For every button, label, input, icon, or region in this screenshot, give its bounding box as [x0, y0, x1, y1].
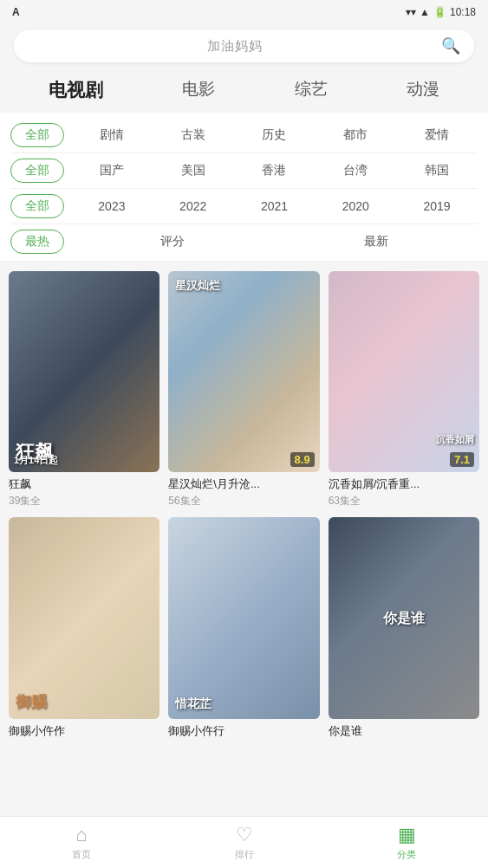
filter-2022[interactable]: 2022 [153, 196, 234, 217]
tab-movie[interactable]: 电影 [173, 74, 224, 106]
media-sub: 63集全 [329, 494, 479, 508]
list-item[interactable]: 7.1 沉香如屑 沉香如屑/沉香重... 63集全 [329, 271, 479, 508]
filter-newest[interactable]: 最新 [275, 230, 478, 253]
status-bar: A ▾▾ ▲ 🔋 10:18 [0, 0, 488, 24]
media-thumbnail: 8.9 星汉灿烂 [168, 271, 319, 472]
filter-hk[interactable]: 香港 [234, 159, 316, 182]
filter-romance[interactable]: 爱情 [396, 124, 478, 146]
tab-tv[interactable]: 电视剧 [40, 74, 112, 106]
filter-2019[interactable]: 2019 [396, 196, 478, 217]
media-title: 御赐小仵作 [9, 723, 159, 739]
search-bar[interactable]: 加油妈妈 🔍 [14, 29, 474, 62]
media-sub: 39集全 [9, 494, 159, 508]
search-placeholder: 加油妈妈 [28, 38, 441, 55]
filter-row-region: 全部 国产 美国 香港 台湾 韩国 [10, 153, 478, 189]
filter-pill-region[interactable]: 全部 [10, 159, 64, 183]
filter-history[interactable]: 历史 [234, 124, 316, 146]
list-item[interactable]: 你是谁 你是谁 [329, 517, 479, 740]
filter-2021[interactable]: 2021 [234, 196, 316, 217]
tab-variety[interactable]: 综艺 [286, 74, 336, 106]
filter-row-sort: 最热 评分 最新 [10, 224, 478, 259]
filter-row-genre: 全部 剧情 古装 历史 都市 爱情 [10, 118, 478, 153]
app-label: A [12, 6, 20, 18]
category-icon: ▦ [398, 824, 416, 846]
nav-home[interactable]: ⌂ 首页 [0, 824, 163, 861]
main-tabs: 电视剧 电影 综艺 动漫 [0, 71, 488, 113]
time-display: 10:18 [450, 6, 476, 18]
ranking-icon: ♡ [236, 824, 253, 846]
filter-pill-genre[interactable]: 全部 [10, 123, 64, 147]
signal-icon: ▲ [420, 6, 430, 18]
nav-category[interactable]: ▦ 分类 [325, 824, 488, 861]
filter-china[interactable]: 国产 [71, 159, 153, 182]
filter-section: 全部 剧情 古装 历史 都市 爱情 全部 国产 美国 香港 台湾 韩国 全部 2… [0, 113, 488, 261]
filter-ancient[interactable]: 古装 [153, 124, 234, 146]
filter-pill-sort[interactable]: 最热 [10, 230, 64, 254]
filter-row-year: 全部 2023 2022 2021 2020 2019 [10, 189, 478, 224]
filter-rating[interactable]: 评分 [71, 230, 275, 253]
filter-korea[interactable]: 韩国 [396, 159, 478, 182]
tab-anime[interactable]: 动漫 [398, 74, 448, 106]
nav-home-label: 首页 [72, 848, 91, 861]
media-thumbnail: 7.1 沉香如屑 [329, 271, 479, 472]
nav-category-label: 分类 [397, 848, 416, 861]
filter-urban[interactable]: 都市 [315, 124, 396, 146]
media-thumbnail: 惜花芷 [168, 517, 319, 718]
media-title: 御赐小仵行 [168, 723, 319, 739]
media-score-badge: 8.9 [290, 452, 315, 467]
media-score-badge: 7.1 [450, 452, 474, 467]
search-icon[interactable]: 🔍 [441, 36, 460, 55]
filter-drama[interactable]: 剧情 [71, 124, 153, 146]
wifi-icon: ▾▾ [406, 6, 416, 18]
list-item[interactable]: 8.9 星汉灿烂 星汉灿烂\月升沧... 56集全 [168, 271, 319, 508]
filter-taiwan[interactable]: 台湾 [315, 159, 396, 182]
media-title: 沉香如屑/沉香重... [329, 476, 479, 492]
nav-ranking[interactable]: ♡ 排行 [163, 824, 326, 861]
home-icon: ⌂ [75, 824, 87, 846]
media-sub: 56集全 [168, 494, 319, 508]
filter-2023[interactable]: 2023 [71, 196, 153, 217]
media-title: 你是谁 [329, 723, 479, 739]
list-item[interactable]: 狂飙 1月14日起 狂飙 39集全 [9, 271, 159, 508]
media-date-badge: 1月14日起 [14, 454, 58, 467]
media-thumbnail: 御赐 [9, 517, 159, 718]
list-item[interactable]: 惜花芷 御赐小仵行 [168, 517, 319, 740]
media-thumbnail: 你是谁 [329, 517, 479, 718]
media-thumbnail: 狂飙 1月14日起 [9, 271, 159, 472]
media-title: 狂飙 [9, 476, 159, 492]
status-icons: ▾▾ ▲ 🔋 10:18 [406, 6, 476, 18]
filter-2020[interactable]: 2020 [315, 196, 396, 217]
media-title: 星汉灿烂\月升沧... [168, 476, 319, 492]
filter-usa[interactable]: 美国 [153, 159, 234, 182]
list-item[interactable]: 御赐 御赐小仵作 [9, 517, 159, 740]
nav-ranking-label: 排行 [235, 848, 254, 861]
battery-icon: 🔋 [433, 6, 446, 18]
content-area: 狂飙 1月14日起 狂飙 39集全 8.9 星汉灿烂 星汉灿烂\月升沧... 5… [0, 261, 488, 751]
bottom-nav: ⌂ 首页 ♡ 排行 ▦ 分类 [0, 816, 488, 868]
media-grid: 狂飙 1月14日起 狂飙 39集全 8.9 星汉灿烂 星汉灿烂\月升沧... 5… [9, 271, 479, 741]
filter-pill-year[interactable]: 全部 [10, 194, 64, 218]
